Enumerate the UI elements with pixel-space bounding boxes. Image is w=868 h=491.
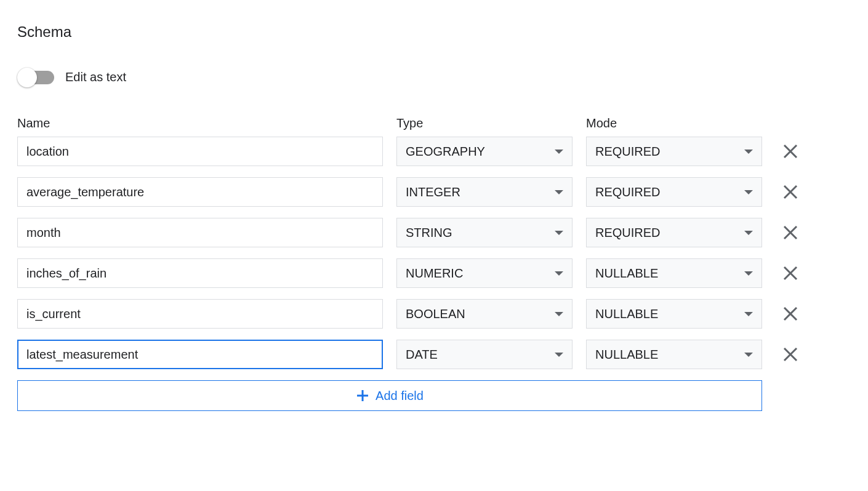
delete-field-button[interactable] (776, 218, 805, 247)
close-icon (782, 224, 799, 241)
close-icon (782, 265, 799, 282)
header-type: Type (396, 116, 573, 130)
field-row: DATENULLABLE (17, 340, 851, 369)
field-type-value: DATE (406, 348, 438, 362)
plus-icon (356, 389, 369, 402)
field-type-select[interactable]: NUMERIC (396, 258, 573, 288)
edit-as-text-toggle[interactable] (17, 71, 54, 84)
field-name-input[interactable] (17, 340, 383, 369)
schema-grid: Name Type Mode GEOGRAPHYREQUIREDINTEGERR… (17, 116, 851, 411)
field-mode-value: NULLABLE (595, 307, 658, 321)
field-mode-select[interactable]: NULLABLE (586, 258, 762, 288)
field-type-value: NUMERIC (406, 266, 463, 281)
dropdown-arrow-icon (555, 353, 563, 357)
field-name-input[interactable] (17, 137, 383, 166)
dropdown-arrow-icon (555, 231, 563, 235)
delete-field-button[interactable] (776, 258, 805, 288)
field-row: GEOGRAPHYREQUIRED (17, 137, 851, 166)
header-name: Name (17, 116, 383, 130)
field-type-select[interactable]: STRING (396, 218, 573, 247)
delete-field-button[interactable] (776, 340, 805, 369)
field-mode-value: NULLABLE (595, 266, 658, 281)
field-row: BOOLEANNULLABLE (17, 299, 851, 329)
dropdown-arrow-icon (744, 150, 753, 154)
field-mode-select[interactable]: NULLABLE (586, 299, 762, 329)
dropdown-arrow-icon (744, 190, 753, 194)
field-mode-select[interactable]: REQUIRED (586, 218, 762, 247)
field-type-select[interactable]: DATE (396, 340, 573, 369)
header-mode: Mode (586, 116, 762, 130)
dropdown-arrow-icon (744, 312, 753, 316)
field-mode-value: REQUIRED (595, 185, 661, 199)
field-row: NUMERICNULLABLE (17, 258, 851, 288)
field-type-value: STRING (406, 226, 452, 240)
add-field-button[interactable]: Add field (17, 380, 762, 411)
dropdown-arrow-icon (555, 312, 563, 316)
dropdown-arrow-icon (555, 190, 563, 194)
dropdown-arrow-icon (744, 271, 753, 276)
add-field-label: Add field (376, 389, 424, 403)
dropdown-arrow-icon (744, 231, 753, 235)
field-row: INTEGERREQUIRED (17, 177, 851, 207)
field-mode-value: NULLABLE (595, 348, 658, 362)
field-mode-value: REQUIRED (595, 145, 661, 159)
edit-as-text-label: Edit as text (65, 70, 126, 84)
close-icon (782, 346, 799, 363)
field-mode-select[interactable]: REQUIRED (586, 177, 762, 207)
close-icon (782, 183, 799, 201)
close-icon (782, 143, 799, 160)
field-type-value: GEOGRAPHY (406, 145, 485, 159)
dropdown-arrow-icon (744, 353, 753, 357)
field-type-select[interactable]: BOOLEAN (396, 299, 573, 329)
field-mode-select[interactable]: REQUIRED (586, 137, 762, 166)
field-name-input[interactable] (17, 177, 383, 207)
edit-as-text-row: Edit as text (17, 70, 851, 84)
field-type-select[interactable]: GEOGRAPHY (396, 137, 573, 166)
dropdown-arrow-icon (555, 271, 563, 276)
field-name-input[interactable] (17, 258, 383, 288)
field-type-value: INTEGER (406, 185, 460, 199)
field-mode-value: REQUIRED (595, 226, 661, 240)
section-title: Schema (17, 23, 851, 41)
field-type-value: BOOLEAN (406, 307, 465, 321)
field-mode-select[interactable]: NULLABLE (586, 340, 762, 369)
field-name-input[interactable] (17, 218, 383, 247)
delete-field-button[interactable] (776, 137, 805, 166)
header-row: Name Type Mode (17, 116, 851, 130)
close-icon (782, 305, 799, 322)
delete-field-button[interactable] (776, 177, 805, 207)
delete-field-button[interactable] (776, 299, 805, 329)
fields-container: GEOGRAPHYREQUIREDINTEGERREQUIREDSTRINGRE… (17, 137, 851, 380)
field-row: STRINGREQUIRED (17, 218, 851, 247)
dropdown-arrow-icon (555, 150, 563, 154)
field-name-input[interactable] (17, 299, 383, 329)
field-type-select[interactable]: INTEGER (396, 177, 573, 207)
